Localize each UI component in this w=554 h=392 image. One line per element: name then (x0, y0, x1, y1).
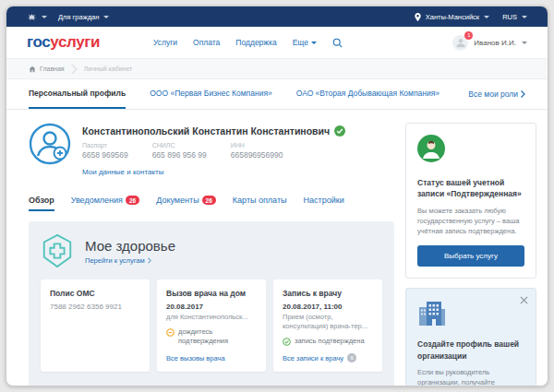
tab-notifications[interactable]: Уведомления26 (71, 191, 140, 211)
doctor-home-visit-card[interactable]: Вызов врача на дом 20.08.2017 для Конста… (157, 279, 266, 372)
location-pin-icon (415, 13, 421, 21)
audience-label: Для граждан (58, 13, 99, 21)
verified-check-icon (334, 125, 345, 137)
appointments-count-badge: 6 (347, 353, 356, 362)
visit-desc: для Константинопольск... (166, 313, 257, 322)
header: госуслуги Услуги Оплата Поддержка Еще 1 … (6, 27, 548, 58)
pending-icon (166, 328, 175, 337)
person-plus-icon (29, 123, 71, 165)
nav-support[interactable]: Поддержка (235, 38, 276, 47)
create-org-card: Создайте профиль вашей организации Если … (405, 288, 536, 386)
profile-fields: Паспорт 6658 969569 СНИЛС 665 896 956 99… (82, 142, 345, 160)
breadcrumb-home[interactable]: Главная (29, 65, 65, 73)
user-name: Иванов И.И. (474, 39, 516, 47)
tab-company-1[interactable]: ООО «Первая Бизнес Компания» (150, 79, 271, 109)
portal-window: Для граждан Ханты-Мансийск RUS госуслуги… (6, 6, 548, 386)
appointment-date: 20.08.2017, 11:00 (283, 303, 373, 311)
user-avatar: 1 (452, 35, 468, 51)
breadcrumb-separator-icon (71, 64, 78, 75)
nav-services[interactable]: Услуги (153, 38, 177, 47)
breadcrumb: Главная Личный кабинет (6, 58, 548, 79)
oms-policy-card[interactable]: Полис ОМС 7588 2962 6356 9921 (41, 279, 150, 372)
top-bar: Для граждан Ханты-Мансийск RUS (6, 6, 548, 27)
chevron-down-icon (484, 16, 489, 18)
doctor-appointment-card[interactable]: Запись к врачу 20.08.2017, 11:00 Прием (… (273, 279, 382, 372)
documents-count-badge: 26 (202, 196, 216, 205)
all-doctor-visits-link[interactable]: Все вызовы врача (166, 347, 257, 362)
coat-of-arms-icon (27, 13, 37, 21)
tab-personal-profile[interactable]: Персональный профиль (29, 79, 126, 109)
create-org-title: Создайте профиль вашей организации (417, 339, 524, 362)
profile-tabs: Обзор Уведомления26 Документы26 Карты оп… (29, 191, 394, 211)
field-inn: ИНН 665896956990 (231, 142, 283, 160)
health-services-link[interactable]: Перейти к услугам (85, 256, 175, 265)
chevron-right-icon (521, 90, 525, 98)
tab-payment-cards[interactable]: Карты оплаты (233, 191, 287, 211)
account-status-card: Статус вашей учетной записи «Подтвержден… (405, 123, 536, 279)
main-content: Константинопольский Константин Константи… (6, 110, 548, 386)
logo-part-blue: гос (27, 33, 50, 51)
user-menu[interactable]: 1 Иванов И.И. (452, 35, 527, 51)
tab-settings[interactable]: Настройки (304, 191, 344, 211)
nav-more[interactable]: Еще (293, 38, 317, 47)
person-icon (455, 37, 466, 48)
home-icon (29, 65, 36, 73)
oms-policy-number: 7588 2962 6356 9921 (50, 303, 140, 311)
appointment-status: запись подтверждена (283, 337, 373, 346)
sidebar: Статус вашей учетной записи «Подтвержден… (405, 123, 536, 386)
gosuslugi-logo[interactable]: госуслуги (27, 33, 100, 52)
breadcrumb-current: Личный кабинет (84, 65, 133, 72)
visit-status: дождитесь подтверждения (166, 327, 257, 346)
all-appointments-link[interactable]: Все записи к врачу 6 (283, 346, 373, 362)
audience-dropdown[interactable]: Для граждан (58, 13, 109, 21)
visit-date: 20.08.2017 (166, 303, 257, 311)
language-dropdown[interactable]: RUS (502, 13, 527, 21)
profile-avatar[interactable] (29, 123, 71, 165)
chevron-down-icon (311, 42, 317, 44)
profile-full-name: Константинопольский Константин Константи… (82, 125, 330, 137)
nav-payments[interactable]: Оплата (193, 38, 220, 47)
location-label: Ханты-Мансийск (426, 13, 479, 21)
my-data-link[interactable]: Мои данные и контакты (82, 168, 345, 176)
field-snils: СНИЛС 665 896 956 99 (152, 142, 207, 160)
chevron-down-icon (522, 16, 527, 18)
confirmed-user-avatar-icon (417, 135, 445, 162)
chevron-right-icon (148, 257, 151, 264)
health-panel: Мое здоровье Перейти к услугам Полис ОМС… (29, 221, 394, 386)
chevron-down-icon (42, 16, 47, 18)
choose-service-button[interactable]: Выбрать услугу (417, 245, 524, 267)
coat-of-arms-menu[interactable] (27, 13, 47, 21)
search-icon[interactable] (332, 38, 343, 48)
language-label: RUS (502, 13, 517, 21)
create-org-text: Если вы руководитель организации, получа… (417, 367, 524, 386)
health-title: Мое здоровье (85, 238, 175, 254)
organization-building-icon (417, 300, 447, 326)
notifications-count-badge: 26 (126, 196, 139, 205)
field-passport: Паспорт 6658 969569 (82, 142, 128, 160)
logo-part-red: услуги (50, 33, 100, 51)
role-tabs: Персональный профиль ООО «Первая Бизнес … (6, 79, 548, 110)
location-dropdown[interactable]: Ханты-Мансийск (415, 13, 489, 21)
all-roles-link[interactable]: Все мои роли (468, 79, 525, 109)
chevron-down-icon (103, 16, 109, 18)
chevron-down-icon (522, 42, 527, 44)
profile-block: Константинопольский Константин Константи… (29, 123, 394, 176)
appointment-desc: Прием (осмотр, консультация) врача-тер..… (283, 313, 373, 331)
account-status-text: Вы можете заказать любую государственную… (417, 206, 524, 237)
tab-overview[interactable]: Обзор (29, 191, 54, 211)
account-status-title: Статус вашей учетной записи «Подтвержден… (417, 177, 524, 200)
health-cross-icon (41, 233, 74, 268)
notification-badge[interactable]: 1 (464, 31, 473, 40)
main-nav: Услуги Оплата Поддержка Еще (153, 38, 343, 48)
tab-documents[interactable]: Документы26 (156, 191, 216, 211)
confirmed-icon (283, 338, 291, 346)
tab-company-2[interactable]: ОАО «Вторая Добывающая Компания» (296, 79, 440, 109)
close-icon[interactable] (520, 296, 528, 304)
